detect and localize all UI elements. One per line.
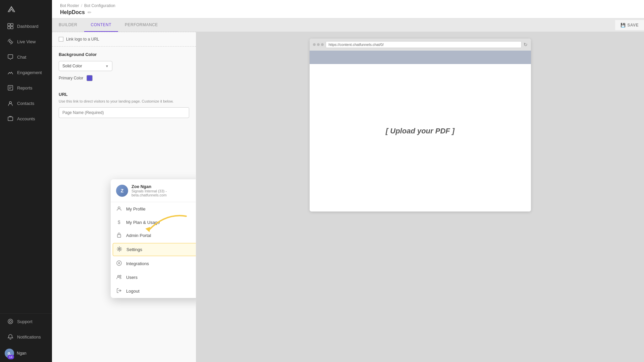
- browser-dots: [313, 43, 324, 46]
- svg-point-8: [9, 102, 11, 104]
- sidebar-label-support: Support: [17, 319, 33, 324]
- menu-label-my-profile: My Profile: [126, 206, 146, 212]
- liveview-icon: [7, 38, 14, 45]
- svg-point-18: [120, 275, 121, 277]
- svg-point-14: [119, 248, 120, 250]
- menu-label-integrations: Integrations: [126, 261, 149, 266]
- sidebar-item-support[interactable]: Support: [0, 314, 52, 329]
- sidebar-label-dashboard: Dashboard: [17, 24, 39, 29]
- tab-builder[interactable]: BUILDER: [52, 18, 84, 32]
- user-menu-info: Zoe Ngan Signals Internal (33) - beta.ch…: [131, 184, 196, 197]
- user-menu-name: Zoe Ngan: [131, 184, 196, 189]
- sidebar-label-notifications: Notifications: [17, 335, 41, 340]
- svg-rect-1: [11, 23, 13, 26]
- menu-item-integrations[interactable]: Integrations: [111, 257, 196, 270]
- upload-pdf-text: [ Upload your PDF ]: [386, 127, 454, 135]
- user-menu-header: Z Zoe Ngan Signals Internal (33) - beta.…: [111, 179, 196, 202]
- tab-performance[interactable]: PERFORMANCE: [118, 18, 165, 32]
- chat-icon: [7, 54, 14, 60]
- browser-dot-3: [321, 43, 324, 46]
- users-icon: [116, 274, 122, 281]
- sidebar-item-notifications[interactable]: Notifications: [0, 329, 52, 345]
- save-button-area: 💾 SAVE: [615, 20, 644, 30]
- svg-rect-2: [8, 26, 10, 29]
- svg-point-12: [118, 207, 120, 209]
- svg-point-10: [8, 319, 13, 324]
- sidebar-item-accounts[interactable]: Accounts: [0, 111, 52, 126]
- accounts-icon: [7, 115, 14, 122]
- dropdown-value: Solid Color: [62, 64, 82, 68]
- breadcrumb: Bot Roster / Bot Configuration: [60, 0, 636, 9]
- checkbox-row[interactable]: Link logo to a URL: [52, 32, 196, 47]
- sidebar-label-engagement: Engagement: [17, 70, 42, 75]
- sidebar-bottom: Support Notifications g. Ngan 14: [0, 313, 52, 362]
- url-section: URL Use this link to direct visitors to …: [52, 86, 196, 123]
- arrow-annotation: [139, 213, 193, 241]
- primary-color-row: Primary Color: [59, 75, 189, 81]
- dashboard-icon: [7, 23, 14, 29]
- svg-rect-0: [8, 23, 10, 26]
- svg-rect-3: [11, 26, 13, 29]
- gear-icon: [116, 246, 122, 253]
- dropdown-row: Solid Color ▼: [59, 61, 189, 71]
- sidebar-label-chat: Chat: [17, 55, 26, 60]
- tabs: BUILDER CONTENT PERFORMANCE 💾 SAVE: [52, 18, 644, 32]
- user-name: Ngan: [17, 351, 26, 356]
- sidebar-item-dashboard[interactable]: Dashboard: [0, 18, 52, 34]
- svg-point-16: [118, 262, 120, 264]
- breadcrumb-current: Bot Configuration: [84, 3, 115, 8]
- notifications-icon: [7, 334, 14, 340]
- menu-item-settings[interactable]: Settings: [113, 243, 196, 256]
- menu-item-users[interactable]: Users: [111, 270, 196, 284]
- engagement-icon: [7, 69, 14, 76]
- sidebar-user[interactable]: g. Ngan 14: [0, 345, 52, 362]
- browser-toolbar: https://content.chatfunnels.chat/0/ ↻: [310, 39, 531, 51]
- browser-frame: https://content.chatfunnels.chat/0/ ↻ [ …: [310, 39, 531, 212]
- support-icon: [7, 318, 14, 325]
- browser-dot-2: [317, 43, 320, 46]
- sidebar-label-contacts: Contacts: [17, 101, 34, 106]
- logout-icon: [116, 288, 122, 294]
- lock-icon: [116, 232, 122, 239]
- dollar-icon: $: [116, 220, 122, 225]
- sidebar-item-engagement[interactable]: Engagement: [0, 65, 52, 80]
- svg-rect-5: [8, 85, 13, 90]
- solid-color-dropdown[interactable]: Solid Color ▼: [59, 61, 112, 71]
- sidebar-item-reports[interactable]: Reports: [0, 80, 52, 96]
- color-swatch[interactable]: [87, 75, 93, 81]
- menu-item-logout[interactable]: Logout: [111, 284, 196, 298]
- contacts-icon: [7, 100, 14, 107]
- save-button[interactable]: 💾 SAVE: [621, 23, 639, 27]
- sidebar: Dashboard Live View Chat Engagement Repo…: [0, 0, 52, 362]
- page-title: HelpDocs: [60, 9, 85, 15]
- page-title-row: HelpDocs ✏: [60, 9, 636, 18]
- link-logo-checkbox[interactable]: [59, 37, 63, 42]
- main-area: Bot Roster / Bot Configuration HelpDocs …: [52, 0, 644, 362]
- edit-icon[interactable]: ✏: [88, 10, 92, 15]
- sidebar-item-contacts[interactable]: Contacts: [0, 96, 52, 111]
- svg-point-15: [117, 261, 121, 265]
- page-name-input[interactable]: [59, 107, 189, 118]
- browser-url-bar[interactable]: https://content.chatfunnels.chat/0/: [326, 41, 522, 48]
- menu-label-logout: Logout: [126, 289, 140, 294]
- tab-content[interactable]: CONTENT: [84, 18, 118, 32]
- breadcrumb-separator: /: [81, 3, 82, 8]
- refresh-icon[interactable]: ↻: [524, 42, 528, 47]
- menu-label-settings: Settings: [126, 247, 142, 252]
- sidebar-item-liveview[interactable]: Live View: [0, 34, 52, 49]
- browser-content: [ Upload your PDF ]: [310, 51, 531, 212]
- sidebar-item-chat[interactable]: Chat: [0, 49, 52, 65]
- svg-point-11: [9, 320, 11, 322]
- logo[interactable]: [0, 0, 52, 18]
- background-color-section: Background Color Solid Color ▼ Primary C…: [52, 47, 196, 86]
- notification-badge: 14: [7, 355, 14, 359]
- preview-panel: https://content.chatfunnels.chat/0/ ↻ [ …: [196, 32, 644, 362]
- primary-color-label: Primary Color: [59, 76, 83, 80]
- chevron-down-icon: ▼: [105, 64, 109, 68]
- breadcrumb-parent[interactable]: Bot Roster: [60, 3, 79, 8]
- sidebar-label-reports: Reports: [17, 85, 33, 90]
- sidebar-label-liveview: Live View: [17, 39, 36, 44]
- sidebar-label-accounts: Accounts: [17, 116, 35, 121]
- integrations-icon: [116, 260, 122, 267]
- save-icon: 💾: [621, 23, 626, 27]
